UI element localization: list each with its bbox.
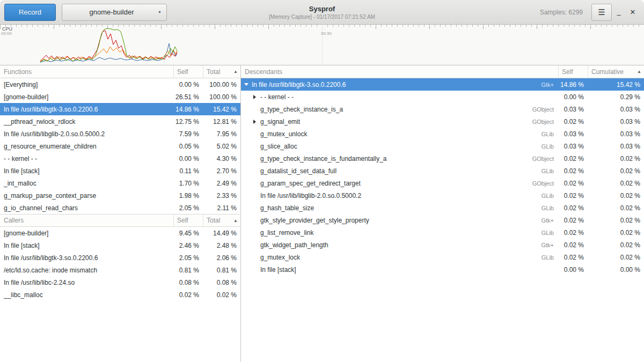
expander-icon[interactable] [252, 204, 260, 212]
callers-self-column-header[interactable]: Self [173, 215, 203, 226]
function-row[interactable]: __pthread_rwlock_rdlock 12.75 % 12.81 % [0, 115, 240, 128]
descendants-column-header[interactable]: Descendants [241, 65, 558, 78]
process-selector-dropdown[interactable]: gnome-builder ▼ [62, 4, 167, 21]
caller-total-value: 14.49 % [203, 227, 240, 239]
descendant-row[interactable]: In file /usr/lib/libglib-2.0.so.0.5000.2… [241, 189, 644, 202]
descendant-cumulative-value: 0.03 % [588, 140, 644, 152]
expander-icon[interactable] [252, 216, 260, 224]
descendant-row[interactable]: In file [stack] 0.00 % 0.00 % [241, 263, 644, 276]
function-self-value: 7.59 % [173, 128, 203, 140]
expander-icon[interactable] [252, 265, 260, 274]
descendant-row[interactable]: In file /usr/lib/libgtk-3.so.0.2200.6 Gt… [241, 78, 644, 91]
descendant-self-value: 0.02 % [558, 251, 588, 263]
function-self-value: 26.51 % [173, 91, 203, 103]
record-button[interactable]: Record [4, 4, 56, 21]
descendant-row[interactable]: g_list_remove_link GLib 0.02 % 0.02 % [241, 226, 644, 239]
function-row[interactable]: In file /usr/lib/libglib-2.0.so.0.5000.2… [0, 128, 240, 140]
descendant-category-label: GLib [541, 131, 558, 137]
function-row[interactable]: - - kernel - - 0.00 % 4.30 % [0, 152, 240, 165]
cpu-graph [0, 24, 644, 65]
expander-icon[interactable] [252, 142, 260, 150]
caller-name: __libc_malloc [0, 289, 173, 301]
descendant-cumulative-value: 0.02 % [588, 152, 644, 165]
descendants-self-column-header[interactable]: Self [558, 65, 588, 78]
descendant-name: - - kernel - - [260, 93, 294, 101]
descendant-row[interactable]: gtk_widget_path_length Gtk+ 0.02 % 0.02 … [241, 239, 644, 251]
descendant-name: In file /usr/lib/libglib-2.0.so.0.5000.2 [260, 192, 361, 200]
caller-name: In file /usr/lib/libc-2.24.so [0, 276, 173, 289]
function-name: In file /usr/lib/libgtk-3.so.0.2200.6 [0, 103, 173, 115]
descendant-name: g_type_check_instance_is_a [260, 106, 343, 113]
function-total-value: 15.42 % [203, 103, 240, 115]
function-row[interactable]: g_io_channel_read_chars 2.05 % 2.11 % [0, 202, 240, 214]
expander-icon[interactable] [244, 80, 252, 88]
expander-icon[interactable] [252, 228, 260, 237]
caller-row[interactable]: [gnome-builder] 9.45 % 14.49 % [0, 227, 240, 239]
expander-icon[interactable] [252, 179, 260, 187]
descendant-name: g_mutex_unlock [260, 130, 307, 138]
descendant-row[interactable]: g_mutex_unlock GLib 0.03 % 0.03 % [241, 128, 644, 140]
function-row[interactable]: [gnome-builder] 26.51 % 100.00 % [0, 91, 240, 103]
expander-icon[interactable] [252, 130, 260, 138]
minimize-button[interactable]: – [612, 4, 626, 20]
functions-self-column-header[interactable]: Self [173, 65, 203, 78]
descendant-row[interactable]: g_param_spec_get_redirect_target GObject… [241, 177, 644, 189]
callers-total-column-header[interactable]: Total ▲ [203, 215, 240, 226]
caller-self-value: 2.05 % [173, 252, 203, 264]
caller-row[interactable]: In file [stack] 2.46 % 2.48 % [0, 239, 240, 252]
menu-button[interactable]: ☰ [591, 4, 612, 21]
descendant-name: g_signal_emit [260, 118, 300, 125]
descendant-row[interactable]: gtk_style_provider_get_style_property Gt… [241, 214, 644, 226]
descendant-row[interactable]: g_mutex_lock GLib 0.02 % 0.02 % [241, 251, 644, 263]
function-name: __pthread_rwlock_rdlock [0, 115, 173, 128]
cpu-timeline[interactable]: CPU 00:00 00:30 [0, 25, 644, 65]
functions-column-header[interactable]: Functions [0, 65, 173, 78]
sort-indicator-icon: ▲ [637, 69, 644, 74]
expander-icon[interactable] [252, 167, 260, 175]
function-self-value: 1.70 % [173, 177, 203, 189]
descendant-category-label: GLib [541, 205, 558, 211]
expander-icon[interactable] [252, 241, 260, 249]
caller-row[interactable]: In file /usr/lib/libgtk-3.so.0.2200.6 2.… [0, 252, 240, 264]
functions-total-column-header[interactable]: Total ▲ [203, 65, 240, 78]
caller-row[interactable]: In file /usr/lib/libc-2.24.so 0.08 % 0.0… [0, 276, 240, 289]
expander-icon[interactable] [252, 253, 260, 261]
descendants-cumulative-column-header[interactable]: Cumulative ▲ [588, 65, 644, 78]
descendant-row[interactable]: g_type_check_instance_is_a GObject 0.03 … [241, 103, 644, 115]
descendant-self-value: 0.02 % [558, 189, 588, 202]
close-icon: ✕ [630, 8, 636, 16]
caller-row[interactable]: /etc/ld.so.cache: inode mismatch 0.81 % … [0, 264, 240, 276]
descendant-cumulative-value: 0.00 % [588, 263, 644, 276]
function-row[interactable]: [Everything] 0.00 % 100.00 % [0, 78, 240, 91]
descendant-row[interactable]: g_hash_table_size GLib 0.02 % 0.02 % [241, 202, 644, 214]
expander-icon[interactable] [252, 105, 260, 113]
descendant-cumulative-value: 0.02 % [588, 226, 644, 239]
functions-table: [Everything] 0.00 % 100.00 % [gnome-buil… [0, 78, 240, 214]
descendant-name: g_list_remove_link [260, 229, 313, 237]
function-row[interactable]: In file [stack] 0.11 % 2.70 % [0, 165, 240, 177]
function-row[interactable]: _int_malloc 1.70 % 2.49 % [0, 177, 240, 189]
expander-icon[interactable] [252, 93, 260, 101]
sort-indicator-icon: ▲ [233, 69, 240, 74]
function-row[interactable]: In file /usr/lib/libgtk-3.so.0.2200.6 14… [0, 103, 240, 115]
function-self-value: 1.98 % [173, 189, 203, 202]
expander-icon[interactable] [252, 154, 260, 162]
expander-icon[interactable] [252, 117, 260, 125]
descendant-row[interactable]: g_datalist_id_set_data_full GLib 0.02 % … [241, 165, 644, 177]
minimize-icon: – [617, 11, 620, 19]
descendant-row[interactable]: g_signal_emit GObject 0.02 % 0.03 % [241, 115, 644, 128]
close-button[interactable]: ✕ [626, 4, 640, 20]
descendant-name: g_hash_table_size [260, 204, 314, 212]
caller-row[interactable]: __libc_malloc 0.02 % 0.02 % [0, 289, 240, 301]
callers-column-header[interactable]: Callers [0, 215, 173, 226]
descendant-row[interactable]: g_type_check_instance_is_fundamentally_a… [241, 152, 644, 165]
descendant-row[interactable]: - - kernel - - 0.00 % 0.29 % [241, 91, 644, 103]
caller-self-value: 0.02 % [173, 289, 203, 301]
expander-icon[interactable] [252, 191, 260, 200]
function-row[interactable]: g_markup_parse_context_parse 1.98 % 2.33… [0, 189, 240, 202]
descendant-category-label: GLib [541, 254, 558, 261]
descendant-row[interactable]: g_slice_alloc GLib 0.03 % 0.03 % [241, 140, 644, 152]
descendant-name: In file /usr/lib/libgtk-3.so.0.2200.6 [252, 81, 346, 88]
function-name: g_io_channel_read_chars [0, 202, 173, 214]
function-row[interactable]: g_resource_enumerate_children 0.05 % 5.0… [0, 140, 240, 152]
